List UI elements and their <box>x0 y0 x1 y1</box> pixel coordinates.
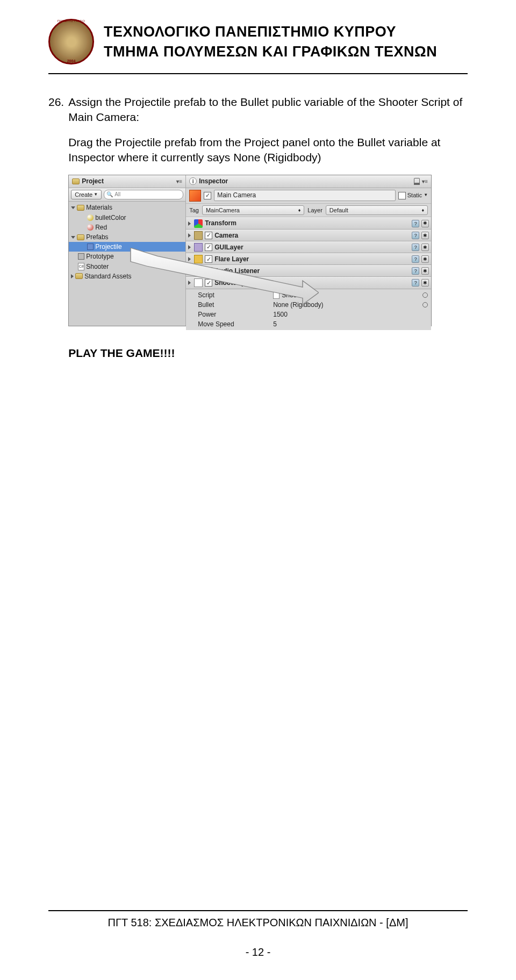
component-transform[interactable]: Transform?✱ <box>186 217 431 229</box>
tag-layer-row: Tag MainCamera♦ Layer Default♦ <box>186 204 431 218</box>
object-picker-icon[interactable] <box>422 302 428 307</box>
tree-item-standard-assets[interactable]: Standard Assets <box>69 271 185 281</box>
component-shooter-script-[interactable]: ✓Shooter (Script)?✱ <box>186 277 431 289</box>
field-value[interactable]: 1500 <box>273 310 428 319</box>
gear-icon[interactable]: ✱ <box>421 255 429 263</box>
material-icon <box>87 214 94 221</box>
panel-menu-icon[interactable]: ▾≡ <box>176 178 182 185</box>
component-name: Camera <box>214 231 410 240</box>
gameobject-enabled-checkbox[interactable]: ✓ <box>204 192 211 199</box>
component-flare-layer[interactable]: ✓Flare Layer?✱ <box>186 253 431 265</box>
project-search-input[interactable]: 🔍 All <box>104 190 183 199</box>
component-icon <box>194 255 203 263</box>
field-value[interactable]: None (Rigidbody) <box>273 301 428 309</box>
field-label: Bullet <box>198 301 273 309</box>
create-button[interactable]: Create ▼ <box>71 190 102 200</box>
header-line-2: ΤΜΗΜΑ ΠΟΛΥΜΕΣΩΝ ΚΑΙ ΓΡΑΦΙΚΩΝ ΤΕΧΝΩΝ <box>104 42 437 61</box>
component-audio-listener[interactable]: ✓Audio Listener?✱ <box>186 265 431 277</box>
component-enabled-checkbox[interactable]: ✓ <box>205 267 212 275</box>
expand-arrow-icon[interactable] <box>188 281 191 285</box>
tree-item-label: Shooter <box>86 262 109 271</box>
gameobject-icon <box>189 190 201 202</box>
field-value[interactable]: 5 <box>273 320 428 328</box>
expand-arrow-icon[interactable] <box>188 221 191 226</box>
project-panel: Project ▾≡ Create ▼ 🔍 All <box>69 175 186 326</box>
static-label: Static <box>407 191 422 199</box>
component-name: Shooter (Script) <box>214 278 410 287</box>
component-icon <box>194 278 203 287</box>
field-script: ScriptShooter <box>186 290 431 300</box>
field-label: Script <box>198 291 273 299</box>
gear-icon[interactable]: ✱ <box>421 232 429 239</box>
step-26: 26. Assign the Projectile prefab to the … <box>48 95 468 371</box>
tree-item-projectile[interactable]: Projectile <box>69 242 185 252</box>
field-value[interactable]: Shooter <box>273 291 428 299</box>
inspector-header: i Inspector ▾≡ <box>186 175 431 188</box>
expand-arrow-icon[interactable] <box>188 257 191 261</box>
help-icon[interactable]: ? <box>412 255 419 263</box>
gear-icon[interactable]: ✱ <box>421 220 429 227</box>
expand-arrow-icon[interactable] <box>188 245 191 249</box>
field-label: Move Speed <box>198 320 273 328</box>
gear-icon[interactable]: ✱ <box>421 267 429 275</box>
help-icon[interactable]: ? <box>412 232 419 239</box>
help-icon[interactable]: ? <box>412 220 419 227</box>
expand-arrow-icon[interactable] <box>188 269 191 273</box>
university-logo: ΠΑΝΕΠΙΣΤΗΜΙΟ 2004 <box>48 19 94 65</box>
tree-item-label: Red <box>95 223 107 232</box>
static-checkbox[interactable] <box>398 192 406 199</box>
component-icon <box>194 267 203 275</box>
component-name: Audio Listener <box>214 267 410 275</box>
script-icon: C# <box>78 263 84 270</box>
folder-icon <box>77 205 84 211</box>
gear-icon[interactable]: ✱ <box>421 244 429 251</box>
tree-item-red[interactable]: Red <box>69 223 185 232</box>
expand-arrow-icon[interactable] <box>71 274 74 278</box>
field-bullet: BulletNone (Rigidbody) <box>186 300 431 310</box>
expand-arrow-icon[interactable] <box>71 236 75 239</box>
gameobject-row: ✓ Main Camera Static ▼ <box>186 188 431 204</box>
expand-arrow-icon[interactable] <box>71 206 75 209</box>
layer-label: Layer <box>307 206 322 214</box>
project-tree[interactable]: MaterialsbulletColorRedPrefabsProjectile… <box>69 202 185 326</box>
tree-item-shooter[interactable]: C#Shooter <box>69 262 185 271</box>
help-icon[interactable]: ? <box>412 279 419 287</box>
step-number: 26. <box>48 95 64 371</box>
gameobject-name-field[interactable]: Main Camera <box>214 190 396 201</box>
component-camera[interactable]: ✓Camera?✱ <box>186 230 431 241</box>
inspector-panel: i Inspector ▾≡ ✓ Main Camera <box>186 175 431 326</box>
lock-icon[interactable] <box>414 178 420 185</box>
tree-item-prefabs[interactable]: Prefabs <box>69 232 185 242</box>
layer-dropdown[interactable]: Default♦ <box>326 205 428 216</box>
header-line-1: ΤΕΧΝΟΛΟΓΙΚΟ ΠΑΝΕΠΙΣΤΗΜΙΟ ΚΥΠΡΟΥ <box>104 22 437 41</box>
tree-item-materials[interactable]: Materials <box>69 203 185 212</box>
logo-top-text: ΠΑΝΕΠΙΣΤΗΜΙΟ <box>58 19 85 23</box>
material-icon <box>87 224 94 231</box>
expand-arrow-icon[interactable] <box>188 233 191 238</box>
component-name: Transform <box>205 219 410 227</box>
help-icon[interactable]: ? <box>412 244 419 251</box>
component-enabled-checkbox[interactable]: ✓ <box>205 279 212 287</box>
field-power: Power1500 <box>186 310 431 319</box>
tree-item-label: Prefabs <box>86 233 108 241</box>
component-enabled-checkbox[interactable]: ✓ <box>205 232 212 239</box>
component-name: Flare Layer <box>214 255 410 263</box>
component-enabled-checkbox[interactable]: ✓ <box>205 255 212 263</box>
help-icon[interactable]: ? <box>412 267 419 275</box>
folder-icon <box>75 273 83 279</box>
step-description: Drag the Projectile prefab from the Proj… <box>68 135 468 166</box>
gear-icon[interactable]: ✱ <box>421 279 429 287</box>
tree-item-bulletcolor[interactable]: bulletColor <box>69 213 185 223</box>
component-icon <box>194 231 203 240</box>
tag-dropdown[interactable]: MainCamera♦ <box>202 205 304 216</box>
footer-divider <box>48 910 468 911</box>
inspector-menu-icon[interactable]: ▾≡ <box>422 178 428 185</box>
object-picker-icon[interactable] <box>422 292 428 298</box>
tree-item-prototype[interactable]: Prototype <box>69 252 185 261</box>
component-guilayer[interactable]: ✓GUILayer?✱ <box>186 241 431 253</box>
folder-icon <box>72 178 80 184</box>
component-enabled-checkbox[interactable]: ✓ <box>205 244 212 251</box>
tree-item-label: Prototype <box>86 252 113 261</box>
project-panel-header: Project ▾≡ <box>69 175 185 188</box>
component-icon <box>194 219 203 228</box>
